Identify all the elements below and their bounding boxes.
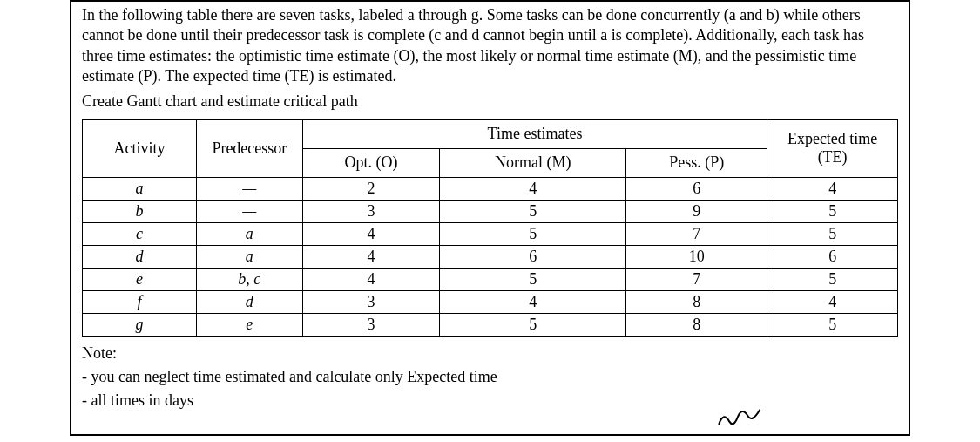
cell-normal: 5 <box>440 222 626 245</box>
cell-te: 4 <box>767 290 898 313</box>
cell-pess: 6 <box>626 177 767 200</box>
cell-activity: d <box>83 245 197 268</box>
cell-normal: 6 <box>440 245 626 268</box>
signature-mark <box>716 404 770 434</box>
cell-opt: 4 <box>302 222 440 245</box>
col-pess: Pess. (P) <box>626 148 767 177</box>
cell-te: 5 <box>767 222 898 245</box>
cell-pess: 10 <box>626 245 767 268</box>
note-line-2: - all times in days <box>82 389 898 412</box>
cell-predecessor: b, c <box>197 268 303 290</box>
cell-opt: 3 <box>302 290 440 313</box>
cell-pess: 9 <box>626 200 767 222</box>
table-row: b — 3 5 9 5 <box>83 200 898 222</box>
col-predecessor: Predecessor <box>197 119 303 177</box>
cell-predecessor: — <box>197 177 303 200</box>
cell-normal: 5 <box>440 268 626 290</box>
cell-opt: 4 <box>302 268 440 290</box>
cell-te: 5 <box>767 313 898 336</box>
col-normal: Normal (M) <box>440 148 626 177</box>
cell-opt: 3 <box>302 200 440 222</box>
cell-te: 5 <box>767 200 898 222</box>
cell-normal: 4 <box>440 177 626 200</box>
cell-activity: f <box>83 290 197 313</box>
table-row: g e 3 5 8 5 <box>83 313 898 336</box>
cell-pess: 8 <box>626 290 767 313</box>
cell-predecessor: a <box>197 245 303 268</box>
cell-pess: 8 <box>626 313 767 336</box>
cell-pess: 7 <box>626 222 767 245</box>
cell-pess: 7 <box>626 268 767 290</box>
table-row: f d 3 4 8 4 <box>83 290 898 313</box>
col-te: Expected time (TE) <box>767 119 898 177</box>
cell-activity: b <box>83 200 197 222</box>
cell-activity: c <box>83 222 197 245</box>
page-frame: In the following table there are seven t… <box>70 0 910 436</box>
cell-predecessor: d <box>197 290 303 313</box>
note-heading: Note: <box>82 342 898 365</box>
col-opt: Opt. (O) <box>302 148 440 177</box>
cell-normal: 5 <box>440 200 626 222</box>
col-activity: Activity <box>83 119 197 177</box>
cell-normal: 4 <box>440 290 626 313</box>
cell-predecessor: a <box>197 222 303 245</box>
cell-te: 5 <box>767 268 898 290</box>
note-block: Note: - you can neglect time estimated a… <box>82 342 898 412</box>
table-row: c a 4 5 7 5 <box>83 222 898 245</box>
cell-opt: 2 <box>302 177 440 200</box>
cell-predecessor: — <box>197 200 303 222</box>
cell-opt: 3 <box>302 313 440 336</box>
instruction-line: Create Gantt chart and estimate critical… <box>82 92 898 111</box>
cell-te: 4 <box>767 177 898 200</box>
note-line-1: - you can neglect time estimated and cal… <box>82 365 898 389</box>
col-time-estimates: Time estimates <box>302 119 767 148</box>
table-row: d a 4 6 10 6 <box>83 245 898 268</box>
cell-activity: e <box>83 268 197 290</box>
table-row: a — 2 4 6 4 <box>83 177 898 200</box>
cell-predecessor: e <box>197 313 303 336</box>
cell-activity: g <box>83 313 197 336</box>
cell-activity: a <box>83 177 197 200</box>
task-table: Activity Predecessor Time estimates Expe… <box>82 119 898 337</box>
intro-paragraph: In the following table there are seven t… <box>82 5 898 87</box>
cell-opt: 4 <box>302 245 440 268</box>
table-row: e b, c 4 5 7 5 <box>83 268 898 290</box>
cell-te: 6 <box>767 245 898 268</box>
cell-normal: 5 <box>440 313 626 336</box>
